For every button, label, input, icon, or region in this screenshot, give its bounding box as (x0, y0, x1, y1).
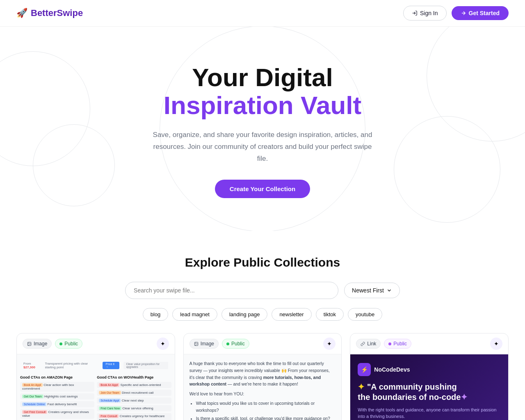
card-1-type-badge: Image (23, 339, 52, 349)
image-icon-2 (194, 342, 199, 346)
card3-headline: ✦ "A community pushing the boundaries of… (358, 382, 501, 402)
search-input[interactable] (125, 282, 338, 299)
tag-tiktok[interactable]: tiktok (316, 308, 344, 321)
explore-section: Explore Public Collections Newest First … (0, 231, 525, 420)
tag-landing-page[interactable]: landing page (221, 308, 267, 321)
card-1-image: From $27,300 Transparent pricing with cl… (17, 354, 175, 420)
card-1: Image Public ✦ From $27,300 Transparent … (16, 333, 175, 420)
svg-point-5 (195, 343, 196, 343)
navbar: 🚀 BetterSwipe Sign In Get Started (0, 0, 525, 27)
card-2: Image Public ✦ A huge thank you to every… (183, 333, 342, 420)
card-3-type-badge: Link (356, 339, 381, 349)
nocode-logo-text: NoCodeDevs (374, 366, 410, 373)
card-2-type-badge: Image (189, 339, 219, 349)
card-3-visibility-badge: Public (384, 339, 411, 349)
tag-blog[interactable]: blog (143, 308, 169, 321)
card-2-header: Image Public ✦ (184, 333, 342, 354)
card-3: Link Public ✦ ⚡ NoCodeDevs (350, 333, 509, 420)
card3-desc: With the right tools and guidance, anyon… (358, 406, 501, 420)
hero-section: Your Digital Inspiration Vault Save, org… (0, 27, 525, 231)
tag-newsletter[interactable]: newsletter (272, 308, 311, 321)
hero-title: Your Digital Inspiration Vault (16, 64, 509, 119)
tags-row: blog lead magnet landing page newsletter… (16, 308, 509, 321)
image-icon (27, 342, 32, 346)
create-collection-button[interactable]: Create Your Collection (215, 180, 310, 198)
chevron-down-icon (386, 288, 392, 293)
nav-actions: Sign In Get Started (403, 6, 509, 21)
explore-title: Explore Public Collections (16, 256, 509, 269)
link-icon (361, 342, 365, 346)
card-3-header: Link Public ✦ (350, 333, 508, 354)
card-2-visibility-badge: Public (222, 339, 249, 349)
getstarted-button[interactable]: Get Started (452, 6, 509, 20)
tag-lead-magnet[interactable]: lead magnet (172, 308, 217, 321)
card-3-image: ⚡ NoCodeDevs ✦ "A community pushing the … (350, 354, 508, 420)
sort-dropdown[interactable]: Newest First (344, 283, 400, 298)
signin-icon (412, 10, 418, 16)
deco-circle-4 (394, 116, 500, 223)
logo[interactable]: 🚀 BetterSwipe (16, 8, 83, 18)
deco-circle-3 (33, 124, 115, 206)
cards-grid: Image Public ✦ From $27,300 Transparent … (16, 333, 509, 420)
hero-subtitle: Save, organize, and share your favorite … (148, 129, 377, 165)
card-1-sparkle-button[interactable]: ✦ (157, 338, 169, 350)
card-2-image: A huge thank you to everyone who took th… (184, 354, 342, 420)
card-1-visibility-badge: Public (55, 339, 82, 349)
tag-youtube[interactable]: youtube (348, 308, 382, 321)
card-1-header: Image Public ✦ (17, 333, 175, 354)
svg-point-3 (28, 343, 29, 343)
logo-text: BetterSwipe (31, 8, 83, 18)
nocode-logo-icon: ⚡ (358, 363, 371, 376)
signin-button[interactable]: Sign In (403, 6, 447, 21)
arrow-right-icon (461, 10, 466, 16)
card-3-sparkle-button[interactable]: ✦ (490, 338, 502, 350)
search-filter-row: Newest First (16, 282, 509, 299)
rocket-icon: 🚀 (16, 8, 27, 18)
card-2-sparkle-button[interactable]: ✦ (323, 338, 336, 350)
